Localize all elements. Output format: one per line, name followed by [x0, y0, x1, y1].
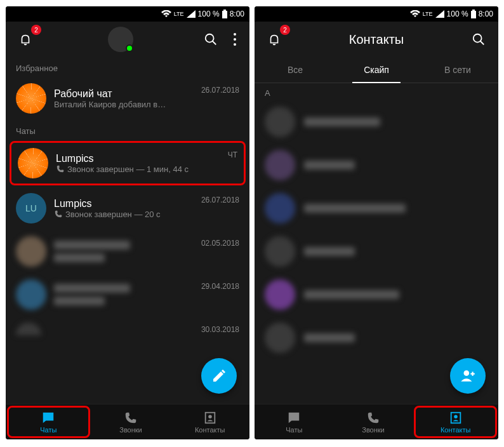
contact-avatar	[265, 107, 295, 137]
svg-rect-1	[223, 10, 226, 11]
chat-sub-blurred	[54, 253, 105, 262]
chat-avatar	[16, 279, 46, 310]
contact-name-blurred	[304, 204, 406, 213]
tab-online[interactable]: В сети	[417, 57, 498, 83]
contact-name-blurred	[304, 161, 355, 170]
nav-contacts[interactable]: Контакты	[414, 406, 497, 438]
chat-avatar	[16, 83, 46, 114]
chat-subtitle: Звонок завершен — 1 мин, 44 с	[56, 164, 220, 174]
chat-subtitle: Звонок завершен — 20 с	[54, 210, 194, 219]
contact-avatar	[265, 323, 295, 353]
status-bar: LTE 100 % 8:00	[6, 6, 249, 22]
add-contact-fab[interactable]	[450, 358, 486, 394]
svg-point-11	[474, 34, 482, 43]
chat-meta: 26.07.2018	[201, 86, 239, 95]
chat-row[interactable]: LU Lumpics Звонок завершен — 20 с 26.07.…	[6, 187, 249, 230]
page-title: Контакты	[291, 32, 461, 47]
chat-meta: 02.05.2018	[201, 239, 239, 248]
notif-badge: 2	[280, 25, 290, 35]
chat-avatar	[18, 148, 48, 178]
chat-icon	[287, 411, 301, 425]
wifi-icon	[410, 10, 420, 18]
phone-chats: LTE 100 % 8:00 2 Избранное Р	[6, 6, 249, 439]
svg-line-3	[213, 41, 216, 45]
contact-row[interactable]	[255, 230, 498, 273]
notif-badge: 2	[31, 25, 41, 35]
nav-calls[interactable]: Звонки	[91, 404, 171, 439]
clock: 8:00	[230, 10, 244, 18]
notifications-button[interactable]: 2	[13, 27, 37, 51]
svg-rect-9	[471, 11, 476, 18]
chat-title-blurred	[54, 284, 130, 293]
more-button[interactable]	[228, 27, 242, 51]
search-button[interactable]	[199, 27, 223, 51]
contacts-tabs: Все Скайп В сети	[255, 57, 498, 83]
presence-indicator	[126, 44, 133, 52]
battery-icon	[222, 10, 227, 18]
chat-list: Избранное Рабочий чат Виталий Каиров доб…	[6, 57, 249, 404]
chat-avatar: LU	[16, 193, 46, 223]
app-header: 2 Контакты	[255, 22, 498, 57]
contacts-icon	[449, 411, 463, 425]
contact-avatar	[265, 193, 295, 223]
nav-calls[interactable]: Звонки	[334, 404, 413, 439]
chat-title: Lumpics	[56, 153, 220, 164]
contact-name-blurred	[304, 117, 380, 126]
signal-icon	[187, 10, 196, 18]
phone-icon	[124, 411, 138, 425]
contact-row[interactable]	[255, 100, 498, 143]
contact-avatar	[265, 279, 295, 310]
contact-row[interactable]	[255, 316, 498, 359]
svg-point-5	[234, 38, 236, 41]
call-icon	[54, 210, 63, 218]
profile-avatar[interactable]	[108, 27, 133, 52]
section-favorites: Избранное	[6, 57, 249, 77]
chat-icon	[41, 411, 55, 425]
wifi-icon	[161, 10, 171, 18]
tab-all[interactable]: Все	[255, 57, 336, 83]
svg-point-2	[206, 34, 214, 43]
chat-title: Рабочий чат	[54, 88, 194, 100]
contact-avatar	[265, 236, 295, 267]
contacts-list: A	[255, 83, 498, 404]
chat-row[interactable]: 29.04.2018	[6, 273, 249, 316]
contact-row[interactable]	[255, 273, 498, 316]
notifications-button[interactable]: 2	[262, 27, 286, 51]
chat-avatar	[16, 323, 41, 335]
chat-row[interactable]: 30.03.2018	[6, 316, 249, 337]
chat-meta: 30.03.2018	[201, 325, 239, 334]
bottom-nav: Чаты Звонки Контакты	[255, 404, 498, 439]
battery-percent: 100 %	[198, 10, 220, 18]
chat-row[interactable]: 02.05.2018	[6, 230, 249, 273]
app-header: 2	[6, 22, 249, 57]
pencil-icon	[211, 368, 227, 384]
contact-row[interactable]	[255, 143, 498, 187]
call-icon	[56, 164, 65, 173]
chat-row-highlighted[interactable]: Lumpics Звонок завершен — 1 мин, 44 с ЧТ	[10, 141, 246, 185]
nav-chats[interactable]: Чаты	[7, 406, 90, 438]
chat-title: Lumpics	[54, 198, 194, 210]
chat-meta: ЧТ	[228, 150, 237, 159]
svg-point-4	[234, 33, 236, 36]
phone-icon	[366, 411, 380, 425]
chat-title-blurred	[54, 241, 130, 250]
nav-chats[interactable]: Чаты	[255, 404, 334, 439]
search-button[interactable]	[467, 27, 491, 51]
contact-row[interactable]	[255, 187, 498, 230]
battery-icon	[471, 10, 476, 18]
phone-contacts: LTE 100 % 8:00 2 Контакты Все Скайп В се…	[255, 6, 498, 439]
contact-name-blurred	[304, 333, 355, 342]
clock: 8:00	[479, 10, 493, 18]
compose-fab[interactable]	[201, 358, 237, 394]
chat-sub-blurred	[54, 297, 105, 305]
add-person-icon	[460, 368, 476, 384]
chat-avatar	[16, 236, 46, 267]
tab-skype[interactable]: Скайп	[336, 57, 417, 83]
nav-contacts[interactable]: Контакты	[170, 404, 249, 439]
battery-percent: 100 %	[447, 10, 468, 18]
signal-icon	[435, 10, 444, 18]
letter-header: A	[255, 83, 498, 100]
lte-label: LTE	[174, 11, 184, 17]
chat-row[interactable]: Рабочий чат Виталий Каиров добавил в… 26…	[6, 77, 249, 120]
contacts-icon	[203, 411, 217, 425]
